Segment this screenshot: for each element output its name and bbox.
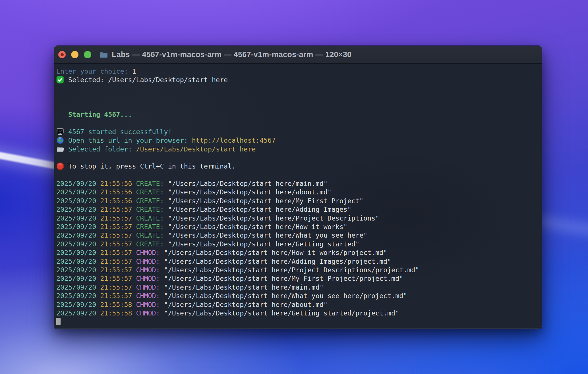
log-time: 21:55:58	[100, 309, 132, 317]
log-path: "/Users/Labs/Desktop/start here/My First…	[168, 197, 363, 205]
terminal-line-blank	[56, 153, 539, 162]
globe-icon	[56, 136, 64, 144]
log-date: 2025/09/20	[56, 223, 96, 230]
log-line: 2025/09/2021:55:57CHMOD:"/Users/Labs/Des…	[56, 292, 539, 300]
log-line: 2025/09/2021:55:57CREATE:"/Users/Labs/De…	[56, 231, 539, 240]
log-date: 2025/09/20	[56, 197, 96, 205]
terminal-line-status: Selected folder:/Users/Labs/Desktop/star…	[56, 145, 539, 153]
title-group: Labs — 4567-v1m-macos-arm — 4567-v1m-mac…	[100, 46, 351, 63]
terminal-line-blank	[56, 93, 539, 101]
log-date: 2025/09/20	[56, 214, 96, 222]
terminal-line-blank	[56, 102, 539, 110]
log-action: CHMOD:	[136, 283, 160, 291]
log-time: 21:55:57	[100, 249, 132, 256]
terminal-line-status: 4567 started successfully!	[56, 128, 539, 136]
traffic-lights	[58, 46, 91, 63]
log-time: 21:55:57	[100, 283, 132, 291]
log-line: 2025/09/2021:55:58CHMOD:"/Users/Labs/Des…	[56, 300, 539, 309]
log-date: 2025/09/20	[56, 188, 96, 196]
prompt-label: Enter your choice:	[56, 67, 128, 75]
log-path: "/Users/Labs/Desktop/start here/My First…	[164, 275, 403, 282]
terminal-line-selected: Selected: /Users/Labs/Desktop/start here	[56, 76, 539, 84]
log-date: 2025/09/20	[56, 180, 96, 187]
terminal-line-prompt: Enter your choice:1	[56, 67, 539, 76]
log-action: CHMOD:	[136, 266, 160, 274]
log-path: "/Users/Labs/Desktop/start here/What you…	[168, 231, 367, 239]
log-date: 2025/09/20	[56, 240, 96, 248]
terminal-cursor	[56, 318, 61, 325]
starting-text: Starting 4567...	[68, 111, 132, 118]
check-badge-icon	[56, 76, 64, 84]
window-title: Labs — 4567-v1m-macos-arm — 4567-v1m-mac…	[112, 50, 351, 59]
log-time: 21:55:57	[100, 205, 132, 213]
log-path: "/Users/Labs/Desktop/start here/main.md"	[164, 283, 324, 291]
log-action: CHMOD:	[136, 292, 160, 300]
log-path: "/Users/Labs/Desktop/start here/Getting …	[164, 309, 399, 317]
desktop-wallpaper: Labs — 4567-v1m-macos-arm — 4567-v1m-mac…	[0, 0, 588, 374]
titlebar[interactable]: Labs — 4567-v1m-macos-arm — 4567-v1m-mac…	[54, 46, 542, 64]
terminal-line-blank	[56, 171, 539, 179]
status-text: Open this url in your browser:	[68, 136, 188, 144]
stop-text: To stop it, press Ctrl+C in this termina…	[68, 162, 236, 170]
log-line: 2025/09/2021:55:58CHMOD:"/Users/Labs/Des…	[56, 309, 539, 317]
selected-folder-path: /Users/Labs/Desktop/start here	[136, 145, 256, 153]
log-action: CHMOD:	[136, 257, 160, 265]
log-action: CHMOD:	[136, 301, 160, 308]
log-time: 21:55:57	[100, 240, 132, 248]
log-time: 21:55:57	[100, 214, 132, 222]
log-path: "/Users/Labs/Desktop/start here/main.md"	[168, 180, 328, 187]
log-time: 21:55:56	[100, 188, 132, 196]
log-path: "/Users/Labs/Desktop/start here/How it w…	[164, 249, 387, 256]
log-time: 21:55:57	[100, 292, 132, 300]
folder-gray-icon	[56, 145, 64, 153]
log-date: 2025/09/20	[56, 301, 96, 308]
terminal-screen[interactable]: Enter your choice:1 Selected: /Users/Lab…	[54, 64, 542, 329]
log-date: 2025/09/20	[56, 292, 96, 300]
log-action: CHMOD:	[136, 249, 160, 256]
log-path: "/Users/Labs/Desktop/start here/Adding I…	[168, 205, 351, 213]
minimize-button[interactable]	[71, 51, 78, 58]
log-action: CREATE:	[136, 205, 164, 213]
terminal-line-blank	[56, 84, 539, 93]
log-time: 21:55:58	[100, 301, 132, 308]
log-action: CREATE:	[136, 197, 164, 205]
terminal-line-stop: To stop it, press Ctrl+C in this termina…	[56, 162, 539, 171]
log-action: CREATE:	[136, 188, 164, 196]
log-path: "/Users/Labs/Desktop/start here/Adding I…	[164, 257, 391, 265]
log-line: 2025/09/2021:55:57CREATE:"/Users/Labs/De…	[56, 240, 539, 248]
log-line: 2025/09/2021:55:56CREATE:"/Users/Labs/De…	[56, 179, 539, 188]
localhost-url[interactable]: http://localhost:4567	[192, 136, 276, 144]
prompt-value: 1	[132, 67, 136, 75]
log-action: CREATE:	[136, 180, 164, 187]
log-action: CHMOD:	[136, 309, 160, 317]
log-date: 2025/09/20	[56, 231, 96, 239]
folder-icon	[100, 51, 108, 58]
log-date: 2025/09/20	[56, 257, 96, 265]
log-time: 21:55:56	[100, 180, 132, 187]
log-time: 21:55:57	[100, 223, 132, 230]
log-line: 2025/09/2021:55:57CREATE:"/Users/Labs/De…	[56, 214, 539, 223]
log-line: 2025/09/2021:55:57CHMOD:"/Users/Labs/Des…	[56, 248, 539, 257]
zoom-button[interactable]	[84, 51, 91, 58]
log-date: 2025/09/20	[56, 205, 96, 213]
status-text: Selected folder:	[68, 145, 132, 153]
log-date: 2025/09/20	[56, 309, 96, 317]
stop-sign-icon	[56, 162, 64, 170]
log-path: "/Users/Labs/Desktop/start here/Getting …	[168, 240, 359, 248]
log-date: 2025/09/20	[56, 283, 96, 291]
log-path: "/Users/Labs/Desktop/start here/about.md…	[164, 301, 328, 308]
monitor-icon	[56, 128, 64, 136]
log-line: 2025/09/2021:55:57CHMOD:"/Users/Labs/Des…	[56, 266, 539, 274]
log-line: 2025/09/2021:55:57CHMOD:"/Users/Labs/Des…	[56, 283, 539, 292]
log-line: 2025/09/2021:55:56CREATE:"/Users/Labs/De…	[56, 197, 539, 205]
log-date: 2025/09/20	[56, 249, 96, 256]
close-dot-icon	[61, 53, 64, 56]
close-button[interactable]	[58, 51, 66, 58]
terminal-line-blank	[56, 119, 539, 127]
log-action: CREATE:	[136, 223, 164, 230]
log-time: 21:55:57	[100, 257, 132, 265]
selected-text: Selected: /Users/Labs/Desktop/start here	[68, 76, 228, 84]
log-line: 2025/09/2021:55:57CHMOD:"/Users/Labs/Des…	[56, 274, 539, 283]
log-path: "/Users/Labs/Desktop/start here/What you…	[164, 292, 407, 300]
log-line: 2025/09/2021:55:57CREATE:"/Users/Labs/De…	[56, 223, 539, 231]
